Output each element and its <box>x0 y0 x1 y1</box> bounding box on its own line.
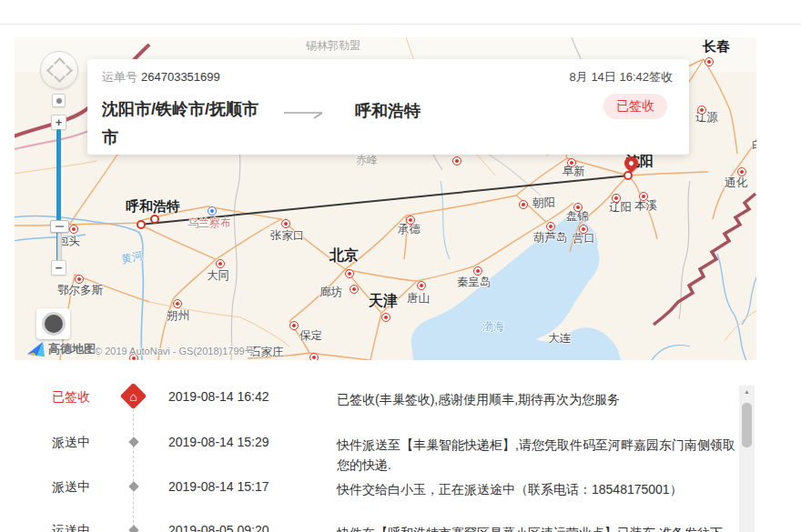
timeline-status: 派送中 <box>52 435 90 451</box>
city-marker-icon <box>208 206 217 216</box>
city-marker-icon <box>546 222 555 231</box>
tracking-timeline: 已签收⌂2019-08-14 16:42已签收(丰巢签收),感谢使用顺丰,期待再… <box>0 375 757 532</box>
map-label: 通化 <box>725 177 747 189</box>
tracking-page: 锡林郭勒盟长春辽源四平通化白山沈阳阜新朝阳赤峰辽阳本溪盘锦营口葫芦岛秦皇岛唐山承… <box>0 0 801 532</box>
paper-plane-icon <box>25 340 46 358</box>
route-arrow-icon <box>282 106 330 121</box>
map-label: 锡林郭勒盟 <box>306 40 360 51</box>
city-marker-icon <box>75 275 84 284</box>
route-endpoint-icon <box>137 220 146 229</box>
city-marker-icon <box>173 299 182 308</box>
city-marker-icon <box>705 57 714 66</box>
map-label: 北京 <box>330 248 359 263</box>
origin-city: 沈阳市/铁岭市/抚顺市市 <box>102 95 271 152</box>
timeline-connector <box>133 409 134 532</box>
city-marker-icon <box>697 105 706 115</box>
city-marker-icon <box>473 266 482 276</box>
city-marker-icon <box>309 353 319 360</box>
map-label: 大连 <box>548 333 571 345</box>
map-label: 渤海 <box>482 321 504 332</box>
map-label: 承德 <box>398 224 421 236</box>
city-marker-icon <box>567 158 576 167</box>
timeline-scrollbar[interactable]: ▲ <box>739 386 755 532</box>
map-label: 廊坊 <box>319 286 342 298</box>
map-label: 长春 <box>703 39 730 53</box>
map-label: 营口 <box>573 233 595 245</box>
timeline-description: 快件在【呼和浩特市赛罕区昌蕃小区速运营业点】已装车,准备发往下一站 <box>337 523 742 532</box>
timeline-status: 派送中 <box>52 479 90 496</box>
map-label: 大同 <box>207 270 229 282</box>
map-compass[interactable] <box>40 51 78 89</box>
timeline-dot-icon <box>128 481 138 491</box>
map-attribution: © 2019 AutoNavi - GS(2018)1799号 <box>95 345 255 358</box>
timeline-description: 快件交给白小玉，正在派送途中（联系电话：18548175001） <box>337 479 742 499</box>
city-marker-icon <box>406 216 415 225</box>
timeline-date: 2019-08-05 09:20 <box>168 523 269 532</box>
map-label: 白山 <box>752 139 756 151</box>
top-divider <box>0 24 801 25</box>
map-label: 天津 <box>369 294 398 308</box>
city-marker-icon <box>69 225 78 234</box>
city-marker-icon <box>612 194 621 203</box>
map-label: 保定 <box>299 330 322 342</box>
city-marker-icon <box>417 281 426 290</box>
city-marker-icon <box>289 321 299 330</box>
map-label: 朝阳 <box>532 197 555 209</box>
map-label: 呼和浩特 <box>126 199 180 213</box>
timeline-status: 运送中 <box>52 523 90 532</box>
scroll-up-icon[interactable]: ▲ <box>739 388 755 395</box>
map-label: 秦皇岛 <box>457 276 492 288</box>
waybill-card: 运单号264703351699 8月 14日 16:42签收 沈阳市/铁岭市/抚… <box>87 59 689 155</box>
city-marker-icon <box>452 156 461 166</box>
city-marker-icon <box>350 285 359 294</box>
timeline-date: 2019-08-14 15:29 <box>168 435 269 449</box>
waybill-number: 264703351699 <box>141 70 220 84</box>
map-label: 赤峰 <box>356 155 378 166</box>
zoom-out-button[interactable]: − <box>51 260 66 276</box>
amap-brand-text: 高德地图 <box>48 341 96 357</box>
map-label: 唐山 <box>407 293 430 305</box>
map-label: 阜新 <box>563 166 585 177</box>
timeline-dot-icon <box>128 525 138 532</box>
city-marker-icon <box>281 219 290 228</box>
map-label: 葫芦岛 <box>533 232 568 244</box>
waybill-number-group: 运单号264703351699 <box>102 69 220 85</box>
delivered-home-icon: ⌂ <box>120 383 147 410</box>
map-label: 鄂尔多斯 <box>57 285 103 296</box>
city-marker-icon <box>345 269 354 278</box>
zoom-in-button[interactable]: + <box>51 115 66 130</box>
map-label: 盘锦 <box>566 211 589 223</box>
route-endpoint-icon <box>150 215 159 224</box>
locate-button[interactable] <box>52 94 66 107</box>
timeline-description: 快件派送至【丰巢智能快递柜】,请您凭取件码至河畔嘉园东门南侧领取您的快递. <box>337 435 742 475</box>
waybill-label: 运单号 <box>102 70 137 84</box>
city-marker-icon <box>573 203 583 212</box>
city-marker-icon <box>381 313 390 322</box>
map-label: 辽阳 <box>609 202 632 214</box>
city-marker-icon <box>737 167 746 176</box>
scrollbar-thumb[interactable] <box>742 403 752 447</box>
timeline-status: 已签收 <box>52 389 90 406</box>
map-label: 本溪 <box>634 200 657 212</box>
city-marker-icon <box>519 200 528 209</box>
timeline-dot-icon <box>128 437 138 447</box>
zoom-slider-handle[interactable] <box>50 220 69 233</box>
city-marker-icon <box>639 192 648 201</box>
timeline-date: 2019-08-14 16:42 <box>168 389 269 404</box>
amap-logo: 高德地图 <box>25 340 96 358</box>
map-label: 朔州 <box>167 310 189 322</box>
status-badge: 已签收 <box>603 94 667 119</box>
map-label: 张家口 <box>270 230 305 242</box>
locate-dot-icon <box>56 98 62 104</box>
city-marker-icon <box>216 259 225 268</box>
timeline-description: 已签收(丰巢签收),感谢使用顺丰,期待再次为您服务 <box>337 389 742 409</box>
destination-city: 呼和浩特 <box>355 100 421 122</box>
timeline-date: 2019-08-14 15:17 <box>168 479 269 494</box>
signed-time: 8月 14日 16:42签收 <box>570 69 673 85</box>
layer-toggle-icon <box>45 315 63 333</box>
layer-toggle-button[interactable] <box>36 308 70 339</box>
city-marker-icon <box>579 225 588 234</box>
map-label: 乌兰察布 <box>188 217 231 228</box>
